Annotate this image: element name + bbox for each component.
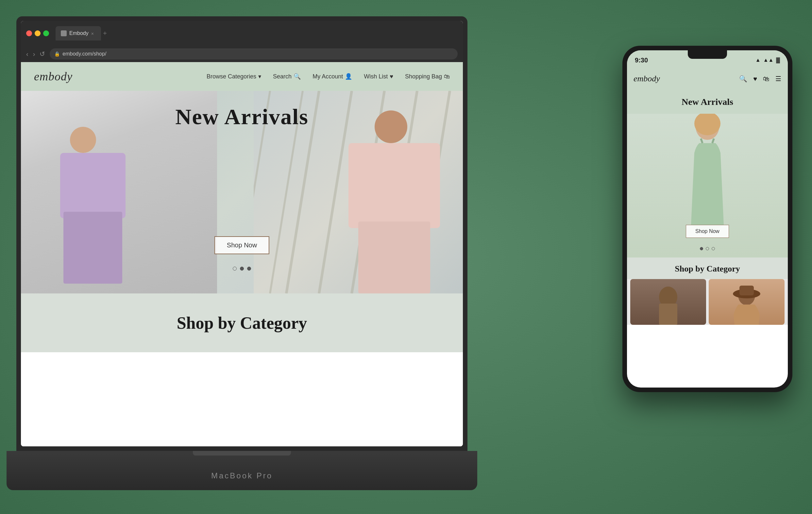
model-purple-outfit [47, 127, 139, 290]
battery-icon: ▓ [776, 57, 780, 63]
phone-menu-icon[interactable]: ☰ [775, 75, 781, 83]
phone-category-grid [627, 279, 788, 325]
laptop-body: Embody × + ‹ › ↺ 🔒 embody.com/shop/ [16, 16, 467, 451]
address-bar-row: ‹ › ↺ 🔒 embody.com/shop/ [21, 46, 463, 62]
reload-button[interactable]: ↺ [39, 50, 45, 58]
phone-hero-section: New Arrivals [627, 90, 788, 114]
model-left-head [70, 127, 96, 153]
model-right-pants [358, 221, 430, 294]
wishlist-label: Wish List [364, 73, 388, 80]
carousel-dot-1[interactable] [233, 267, 237, 271]
phone-category-section: Shop by Category [627, 258, 788, 279]
category-section-title: Shop by Category [177, 313, 307, 333]
my-account-button[interactable]: My Account 👤 [313, 73, 352, 80]
model-right-jacket [348, 143, 440, 228]
search-button[interactable]: Search 🔍 [273, 73, 301, 80]
phone-site-logo: embody [634, 74, 660, 84]
lock-icon: 🔒 [54, 51, 60, 57]
chevron-down-icon: ▾ [258, 73, 261, 80]
website-content: embody Browse Categories ▾ Search 🔍 [21, 62, 463, 446]
bag-label: Shopping Bag [405, 73, 442, 80]
phone-category-title: Shop by Category [627, 264, 788, 274]
tab-title: Embody [69, 30, 89, 36]
laptop-hinge [193, 451, 291, 455]
bag-icon: 🛍 [444, 73, 450, 80]
model-left-pants [63, 212, 122, 284]
forward-button[interactable]: › [33, 50, 35, 58]
hero-title: New Arrivals [175, 104, 308, 130]
svg-rect-15 [740, 285, 754, 295]
laptop-base: MacBook Pro [6, 451, 477, 490]
fullscreen-dot[interactable] [43, 30, 49, 36]
new-tab-button[interactable]: + [103, 29, 107, 37]
browse-categories-label: Browse Categories [207, 73, 256, 80]
traffic-lights [26, 30, 49, 36]
phone-search-icon[interactable]: 🔍 [739, 75, 747, 83]
tab-favicon [61, 30, 67, 36]
phone-hero-title: New Arrivals [627, 97, 788, 107]
phone-time: 9:30 [635, 57, 648, 64]
heart-icon: ♥ [390, 73, 393, 80]
hero-section: New Arrivals Shop Now [21, 91, 463, 294]
scene: Embody × + ‹ › ↺ 🔒 embody.com/shop/ [0, 0, 812, 514]
svg-rect-12 [659, 304, 677, 325]
site-logo: embody [34, 70, 72, 83]
carousel-dot-2[interactable] [240, 267, 244, 271]
phone-heart-icon[interactable]: ♥ [753, 75, 757, 83]
carousel-dots [233, 267, 251, 271]
laptop-device: Embody × + ‹ › ↺ 🔒 embody.com/shop/ [16, 16, 467, 490]
svg-line-10 [712, 139, 714, 143]
model-left-shirt [60, 153, 125, 218]
carousel-dot-3[interactable] [247, 267, 251, 271]
laptop-brand-label: MacBook Pro [211, 471, 272, 480]
phone-device: 9:30 ▲ ▲▲ ▓ embody 🔍 ♥ 🛍 ☰ [622, 46, 792, 392]
phone-product-section: Shop Now [627, 114, 788, 258]
back-button[interactable]: ‹ [26, 50, 28, 58]
phone-shop-now-button[interactable]: Shop Now [686, 225, 729, 238]
shopping-bag-button[interactable]: Shopping Bag 🛍 [405, 73, 450, 80]
site-header: embody Browse Categories ▾ Search 🔍 [21, 62, 463, 91]
svg-line-9 [701, 139, 702, 143]
search-icon: 🔍 [294, 73, 301, 80]
phone-header: embody 🔍 ♥ 🛍 ☰ [627, 67, 788, 90]
account-label: My Account [313, 73, 343, 80]
site-navigation: Browse Categories ▾ Search 🔍 My Account … [207, 73, 450, 80]
close-dot[interactable] [26, 30, 32, 36]
phone-status-icons: ▲ ▲▲ ▓ [755, 57, 780, 63]
shop-now-button[interactable]: Shop Now [214, 236, 269, 254]
phone-bag-icon[interactable]: 🛍 [763, 75, 770, 83]
phone-carousel-dots [700, 247, 715, 250]
account-icon: 👤 [345, 73, 352, 80]
browser-tab[interactable]: Embody × [56, 26, 101, 40]
phone-carousel-dot-3[interactable] [712, 247, 715, 250]
address-text: embody.com/shop/ [62, 51, 106, 57]
phone-category-item-1[interactable] [630, 279, 706, 325]
phone-nav-icons: 🔍 ♥ 🛍 ☰ [739, 75, 781, 83]
phone-category-item-2[interactable] [709, 279, 785, 325]
phone-carousel-dot-1[interactable] [700, 247, 703, 250]
search-label: Search [273, 73, 292, 80]
phone-screen: 9:30 ▲ ▲▲ ▓ embody 🔍 ♥ 🛍 ☰ [627, 50, 788, 388]
wishlist-button[interactable]: Wish List ♥ [364, 73, 393, 80]
phone-notch [688, 50, 727, 59]
tab-bar: Embody × + [56, 26, 107, 40]
model-pink-outfit [339, 111, 450, 294]
laptop-screen: Embody × + ‹ › ↺ 🔒 embody.com/shop/ [21, 21, 463, 446]
phone-carousel-dot-2[interactable] [706, 247, 709, 250]
browser-chrome: Embody × + [21, 21, 463, 46]
address-bar[interactable]: 🔒 embody.com/shop/ [50, 48, 458, 59]
browse-categories-menu[interactable]: Browse Categories ▾ [207, 73, 261, 80]
phone-frame: 9:30 ▲ ▲▲ ▓ embody 🔍 ♥ 🛍 ☰ [622, 46, 792, 392]
tab-close-button[interactable]: × [91, 31, 96, 36]
signal-icon: ▲▲ [763, 57, 774, 63]
minimize-dot[interactable] [35, 30, 40, 36]
category-section: Shop by Category [21, 294, 463, 352]
model-right-head [375, 111, 407, 143]
wifi-icon: ▲ [755, 57, 761, 63]
